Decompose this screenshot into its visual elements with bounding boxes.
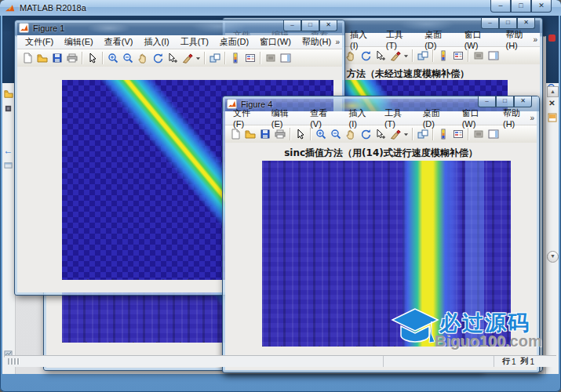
figure3-controls: – □ ✕: [481, 18, 535, 29]
menu-item[interactable]: 桌面(D): [417, 107, 457, 129]
figure3-close-button[interactable]: ✕: [517, 18, 535, 29]
desktop-right-rail: ▲ ✕ ▼: [545, 36, 559, 374]
figure4-close-button[interactable]: ✕: [514, 96, 532, 107]
menu-item[interactable]: 工具(T): [379, 107, 417, 129]
status-cell-row-col: 行 1 列 1: [494, 356, 547, 367]
figure4-window[interactable]: Figure 4 – □ ✕ 文件(F)编辑(E)查看(V)插入(I)工具(T)…: [222, 96, 540, 373]
menu-item[interactable]: 编辑(E): [59, 35, 99, 49]
edit-cursor-icon[interactable]: [85, 51, 100, 65]
zoom-in-icon[interactable]: [105, 51, 120, 65]
figure4-maximize-button[interactable]: □: [496, 96, 514, 107]
figure4-body: 文件(F)编辑(E)查看(V)插入(I)工具(T)桌面(D)窗口(W)帮助(H)…: [225, 111, 537, 370]
main-window-controls: – □ ✕: [490, 0, 552, 13]
pan-icon[interactable]: [135, 51, 150, 65]
menu-item[interactable]: 帮助(H): [297, 35, 337, 49]
insert-colorbar-icon[interactable]: [228, 51, 242, 65]
figure-icon: [19, 23, 29, 33]
toolbar-separator: [432, 128, 433, 140]
menu-item[interactable]: 工具(T): [381, 28, 419, 51]
figure1-close-button[interactable]: ✕: [319, 20, 337, 31]
minimize-button[interactable]: –: [490, 0, 511, 13]
menu-item[interactable]: 编辑(E): [266, 107, 304, 129]
resize-grip[interactable]: [8, 358, 20, 365]
menu-item[interactable]: 插入(I): [138, 35, 174, 49]
matlab-logo-icon: [5, 3, 15, 13]
toolbar-separator: [204, 52, 205, 64]
toolbar-separator: [432, 49, 433, 62]
close-button[interactable]: ✕: [531, 0, 552, 13]
toolstrip-red-icon: [548, 34, 556, 42]
dropdown-circle-button[interactable]: ▼: [547, 251, 559, 263]
figure4-plot[interactable]: pulse index 7507557607657707757807857907…: [262, 161, 511, 347]
toolbar-separator: [468, 49, 468, 62]
figure1-controls: – □ ✕: [283, 20, 337, 31]
figure1-maximize-button[interactable]: □: [301, 20, 319, 31]
menu-item[interactable]: 文件(F): [20, 35, 59, 49]
menu-item[interactable]: 工具(T): [175, 35, 214, 49]
menu-overflow-chevron[interactable]: »: [533, 35, 537, 44]
figure4-minimize-button[interactable]: –: [478, 96, 496, 107]
menu-item[interactable]: 插入(I): [344, 107, 379, 129]
link-plot-icon[interactable]: [207, 51, 222, 65]
close-panel-icon[interactable]: ✕: [547, 98, 557, 108]
maximize-button[interactable]: □: [511, 0, 531, 13]
menu-item[interactable]: 查看(V): [99, 35, 139, 49]
print-icon[interactable]: [64, 51, 79, 65]
menu-item[interactable]: 插入(I): [344, 28, 381, 51]
main-window-titlebar[interactable]: MATLAB R2018a: [0, 0, 561, 16]
zoom-out-icon[interactable]: [120, 51, 135, 65]
document-marker-icon[interactable]: [547, 113, 557, 123]
status-cell-empty: [383, 356, 494, 367]
bright-ridge-band: [402, 161, 462, 347]
toolbar-separator: [102, 52, 103, 64]
toolstrip-fragment: [2, 31, 15, 83]
figure4-plot-title: sinc插值方法（用(14)式进行速度模糊补偿）: [225, 147, 537, 160]
toolbar-separator: [82, 52, 82, 64]
new-document-icon[interactable]: [20, 51, 35, 65]
figure1-minimize-button[interactable]: –: [283, 20, 301, 31]
save-icon[interactable]: [49, 51, 64, 65]
toolbar-separator: [260, 52, 260, 64]
col-label: 列: [520, 356, 528, 367]
toolstrip-fragment-right: [546, 31, 559, 83]
corner-grip[interactable]: [547, 356, 556, 367]
history-icon[interactable]: [3, 161, 13, 171]
row-label: 行: [502, 356, 510, 367]
data-cursor-icon[interactable]: [165, 51, 180, 65]
scrollbar-up-arrow[interactable]: ▲: [547, 86, 559, 97]
folder-icon[interactable]: [3, 89, 13, 100]
toolbar-separator: [468, 128, 468, 140]
tool-icon[interactable]: [3, 104, 13, 114]
figure4-canvas: sinc插值方法（用(14)式进行速度模糊补偿） pulse index 750…: [225, 143, 537, 370]
menu-item[interactable]: 窗口(W): [254, 35, 297, 49]
menu-item[interactable]: 文件(F): [228, 107, 266, 129]
open-file-icon[interactable]: [35, 51, 49, 65]
secondary-bright-column: [465, 161, 484, 347]
figure1-toolbar: [17, 49, 342, 67]
menu-item[interactable]: 桌面(D): [214, 35, 254, 49]
back-arrow-icon[interactable]: ←: [3, 146, 13, 156]
figure3-maximize-button[interactable]: □: [499, 18, 517, 29]
toolbar-separator: [224, 52, 225, 64]
col-value: 1: [530, 358, 534, 366]
show-plot-tools-icon[interactable]: [278, 51, 293, 65]
menu-overflow-chevron[interactable]: »: [530, 114, 534, 122]
brush-icon[interactable]: [180, 51, 195, 65]
figure3-minimize-button[interactable]: –: [481, 18, 499, 29]
matlab-desktop: MATLAB R2018a – □ ✕ ←: [0, 0, 561, 392]
figure1-title: Figure 1: [33, 24, 64, 33]
rotate-3d-icon[interactable]: [150, 51, 165, 65]
hide-plot-tools-icon[interactable]: [263, 51, 278, 65]
toolbar-separator: [290, 128, 290, 140]
figure4-menubar: 文件(F)编辑(E)查看(V)插入(I)工具(T)桌面(D)窗口(W)帮助(H)…: [225, 111, 537, 125]
menu-item[interactable]: 窗口(W): [459, 28, 501, 51]
brush-dropdown-icon[interactable]: [195, 51, 202, 65]
menu-item[interactable]: 窗口(W): [457, 107, 497, 129]
menu-item[interactable]: 查看(V): [304, 107, 343, 129]
toolbar-separator: [412, 49, 413, 62]
toolbar-separator: [310, 128, 311, 140]
insert-legend-icon[interactable]: [242, 51, 257, 65]
menu-item[interactable]: 桌面(D): [419, 28, 459, 51]
menu-overflow-chevron[interactable]: »: [335, 38, 340, 46]
status-bar: 行 1 列 1: [5, 355, 556, 367]
